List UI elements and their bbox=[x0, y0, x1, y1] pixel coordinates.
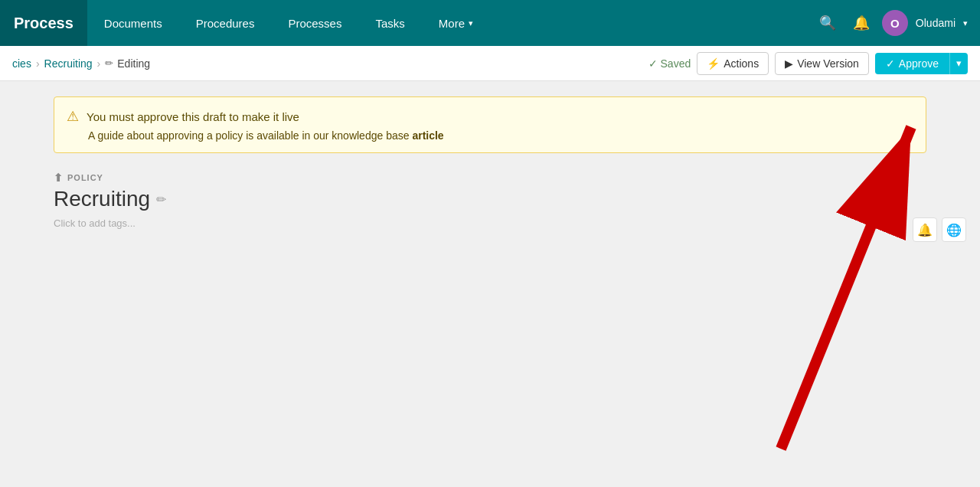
brand-logo[interactable]: Process bbox=[0, 0, 87, 46]
warning-icon: ⚠ bbox=[67, 108, 79, 125]
breadcrumb-current-label: Editing bbox=[117, 57, 150, 70]
saved-status: ✓ Saved bbox=[648, 57, 691, 70]
nav-item-label: Processes bbox=[288, 17, 341, 30]
play-icon: ▶ bbox=[785, 57, 793, 70]
policy-title-edit-icon[interactable]: ✏ bbox=[156, 192, 166, 207]
policy-section: ⬆ POLICY Recruiting ✏ Click to add tags.… bbox=[54, 172, 926, 229]
approve-button[interactable]: ✓ Approve bbox=[875, 53, 949, 74]
breadcrumb-current: ✏ Editing bbox=[105, 57, 150, 70]
nav-item-label: Tasks bbox=[375, 17, 404, 30]
breadcrumb-actions: ✓ Saved ⚡ Actions ▶ View Version ✓ Appro… bbox=[648, 52, 968, 75]
search-icon: 🔍 bbox=[819, 15, 836, 31]
bell-icon: 🔔 bbox=[853, 15, 870, 31]
nav-item-label: Documents bbox=[104, 17, 162, 30]
subscribe-bell-button[interactable]: 🔔 bbox=[913, 217, 937, 242]
alert-title: ⚠ You must approve this draft to make it… bbox=[67, 108, 913, 125]
search-button[interactable]: 🔍 bbox=[815, 10, 841, 36]
breadcrumb-parent[interactable]: cies bbox=[12, 57, 31, 70]
approve-dropdown-button[interactable]: ▾ bbox=[949, 53, 968, 74]
alert-body-text: A guide about approving a policy is avai… bbox=[88, 129, 410, 142]
nav-item-label: Procedures bbox=[196, 17, 255, 30]
breadcrumb-bar: cies › Recruiting › ✏ Editing ✓ Saved ⚡ … bbox=[0, 46, 980, 81]
policy-type-label: ⬆ POLICY bbox=[54, 172, 926, 184]
checkmark-icon: ✓ bbox=[648, 57, 658, 70]
breadcrumb-separator: › bbox=[97, 57, 101, 70]
bolt-icon: ⚡ bbox=[707, 57, 720, 70]
bell-icon: 🔔 bbox=[917, 223, 933, 237]
alert-body: A guide about approving a policy is avai… bbox=[67, 129, 913, 142]
nav-item-tasks[interactable]: Tasks bbox=[358, 0, 421, 46]
nav-item-more[interactable]: More ▾ bbox=[422, 0, 490, 46]
approve-button-group: ✓ Approve ▾ bbox=[875, 53, 968, 74]
actions-label: Actions bbox=[724, 57, 759, 70]
user-initial: O bbox=[890, 17, 900, 30]
saved-text: Saved bbox=[661, 57, 691, 70]
view-version-label: View Version bbox=[797, 57, 859, 70]
policy-title-text: Recruiting bbox=[54, 187, 150, 211]
nav-item-documents[interactable]: Documents bbox=[87, 0, 179, 46]
pencil-icon: ✏ bbox=[105, 57, 113, 69]
breadcrumb-policy-link[interactable]: Recruiting bbox=[44, 57, 93, 70]
view-version-button[interactable]: ▶ View Version bbox=[775, 52, 869, 75]
nav-right-controls: 🔍 🔔 O Oludami ▾ bbox=[815, 10, 980, 36]
nav-item-procedures[interactable]: Procedures bbox=[179, 0, 272, 46]
alert-link[interactable]: article bbox=[412, 129, 443, 142]
policy-type-icon: ⬆ bbox=[54, 172, 64, 184]
alert-banner: ⚠ You must approve this draft to make it… bbox=[54, 96, 926, 153]
actions-button[interactable]: ⚡ Actions bbox=[697, 52, 769, 75]
user-name[interactable]: Oludami bbox=[916, 17, 956, 29]
policy-side-icons: 🔔 🌐 bbox=[913, 217, 966, 242]
user-avatar[interactable]: O bbox=[882, 10, 908, 36]
globe-button[interactable]: 🌐 bbox=[942, 217, 966, 242]
tags-placeholder[interactable]: Click to add tags... bbox=[54, 217, 926, 229]
policy-title: Recruiting ✏ bbox=[54, 187, 926, 211]
globe-icon: 🌐 bbox=[946, 223, 962, 237]
breadcrumb: cies › Recruiting › ✏ Editing bbox=[12, 57, 150, 70]
policy-type-text: POLICY bbox=[67, 173, 103, 182]
nav-links: Documents Procedures Processes Tasks Mor… bbox=[87, 0, 815, 46]
user-menu-chevron[interactable]: ▾ bbox=[963, 18, 968, 28]
brand-name: Process bbox=[14, 15, 74, 32]
top-navigation: Process Documents Procedures Processes T… bbox=[0, 0, 980, 46]
breadcrumb-separator: › bbox=[36, 57, 40, 70]
nav-item-processes[interactable]: Processes bbox=[271, 0, 358, 46]
alert-title-text: You must approve this draft to make it l… bbox=[87, 110, 299, 123]
approve-label: Approve bbox=[899, 57, 939, 70]
nav-item-label: More bbox=[439, 17, 465, 30]
chevron-down-icon: ▾ bbox=[956, 57, 962, 69]
main-content: ⚠ You must approve this draft to make it… bbox=[0, 81, 980, 487]
check-icon: ✓ bbox=[886, 57, 895, 70]
chevron-down-icon: ▾ bbox=[469, 18, 473, 28]
notifications-button[interactable]: 🔔 bbox=[848, 10, 874, 36]
